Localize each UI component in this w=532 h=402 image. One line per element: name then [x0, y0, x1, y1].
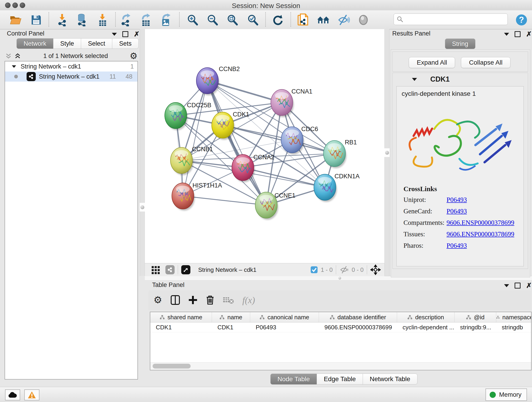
add-column-icon[interactable]	[188, 295, 197, 305]
node-CCNA2[interactable]	[232, 154, 255, 182]
collection-expand-icon[interactable]	[12, 65, 16, 68]
table-cell[interactable]: stringdb:9...	[455, 322, 496, 332]
node-CDC6[interactable]	[281, 127, 304, 154]
table-horizontal-scrollbar[interactable]	[150, 362, 531, 370]
tab-sets[interactable]: Sets	[112, 38, 139, 49]
table-cell[interactable]: stringdb	[496, 322, 532, 332]
show-hidden-icon[interactable]	[357, 13, 370, 26]
table-cell[interactable]: CDK1	[150, 322, 212, 332]
import-table-icon[interactable]	[96, 13, 109, 26]
tab-select[interactable]: Select	[81, 38, 112, 49]
import-from-database-icon[interactable]	[75, 13, 88, 26]
network-type-icon[interactable]	[165, 265, 175, 274]
home-icon[interactable]	[317, 13, 330, 26]
edge-HIST1H1A-CCNE1[interactable]	[183, 196, 266, 205]
column-header-namespace[interactable]: namespace	[496, 312, 532, 322]
zoom-selected-icon[interactable]	[246, 13, 259, 26]
cdk1-section-header[interactable]: CDK1	[393, 73, 528, 86]
network-options-gear-icon[interactable]: ⚙	[130, 51, 138, 60]
birdseye-view-icon[interactable]	[181, 265, 190, 274]
right-splitter[interactable]	[385, 29, 389, 276]
export-table-icon[interactable]	[139, 13, 152, 26]
table-cell[interactable]: 9606.ENSP00000378699	[319, 322, 397, 332]
table-panel-float-icon[interactable]	[504, 284, 509, 287]
zoom-out-icon[interactable]	[206, 13, 219, 26]
tab-network[interactable]: Network	[17, 38, 53, 49]
column-header--id[interactable]: @id	[455, 312, 496, 322]
tab-string[interactable]: String	[445, 38, 475, 49]
warnings-button[interactable]	[24, 389, 39, 400]
column-header-shared-name[interactable]: shared name	[150, 312, 212, 322]
node-CDKN1A[interactable]	[314, 174, 337, 202]
table-panel-maximize-icon[interactable]	[515, 283, 520, 288]
table-cell[interactable]: cyclin-dependent ...	[397, 322, 455, 332]
network-collection-row[interactable]: String Network – cdk1 1	[5, 61, 138, 71]
refresh-icon[interactable]	[272, 13, 284, 26]
network-row[interactable]: String Network – cdk1 11 48	[5, 71, 138, 82]
expand-all-button[interactable]: Expand All	[409, 57, 455, 68]
search-input[interactable]	[405, 14, 507, 24]
column-header-canonical-name[interactable]: canonical name	[250, 312, 319, 322]
crosslink-link[interactable]: P06493	[447, 207, 467, 215]
crosslink-link[interactable]: 9606.ENSP00000378699	[447, 230, 514, 238]
control-panel-close-icon[interactable]: ✗	[134, 32, 139, 36]
results-panel-maximize-icon[interactable]	[515, 31, 520, 37]
open-session-icon[interactable]	[9, 13, 22, 26]
clear-table-icon[interactable]	[223, 296, 234, 304]
delete-column-icon[interactable]	[206, 295, 215, 305]
control-panel-maximize-icon[interactable]	[122, 31, 128, 37]
crosslink-link[interactable]: P06493	[447, 242, 467, 249]
results-scroll-area[interactable]: CDK1 cyclin-dependent kinase 1	[393, 73, 528, 269]
zoom-fit-icon[interactable]	[226, 13, 239, 26]
collapse-all-button[interactable]: Collapse All	[461, 57, 510, 68]
help-icon[interactable]: ?	[515, 13, 528, 26]
export-image-icon[interactable]	[159, 13, 172, 26]
results-panel-close-icon[interactable]: ✗	[526, 32, 532, 36]
node-CCNB1[interactable]	[171, 147, 193, 175]
save-session-icon[interactable]	[30, 13, 43, 26]
cdk1-collapse-icon[interactable]	[412, 78, 417, 81]
collapse-all-icon[interactable]	[5, 52, 12, 60]
import-network-icon[interactable]	[56, 13, 69, 26]
hide-selected-icon[interactable]	[337, 13, 350, 26]
node-HIST1H1A[interactable]	[172, 183, 195, 211]
node-RB1[interactable]	[323, 140, 346, 168]
selected-checkbox-icon[interactable]	[310, 266, 318, 274]
crosslink-link[interactable]: P06493	[447, 196, 467, 204]
table-row[interactable]: CDK1CDK1P064939606.ENSP00000378699cyclin…	[150, 322, 531, 332]
search-field[interactable]	[394, 13, 508, 25]
left-splitter[interactable]	[140, 29, 145, 276]
tab-style[interactable]: Style	[53, 38, 81, 49]
crosslink-link[interactable]: 9606.ENSP00000378699	[447, 219, 514, 226]
fit-content-crosshair-icon[interactable]	[370, 264, 381, 275]
results-panel-float-icon[interactable]	[504, 33, 509, 36]
column-header-name[interactable]: name	[212, 312, 250, 322]
expand-all-icon[interactable]	[14, 52, 22, 60]
tab-node-table[interactable]: Node Table	[270, 374, 317, 385]
function-builder-icon[interactable]: f(x)	[242, 295, 255, 306]
table-panel-close-icon[interactable]: ✗	[526, 283, 532, 288]
edge-CCNB2-HIST1H1A[interactable]	[183, 81, 207, 196]
copy-network-icon[interactable]	[297, 13, 310, 26]
node-CCNB2[interactable]	[196, 68, 219, 95]
table-cell[interactable]: CDK1	[212, 322, 250, 332]
hidden-eye-icon[interactable]	[339, 266, 349, 274]
control-panel-float-icon[interactable]	[112, 33, 117, 36]
table-cell[interactable]: P06493	[250, 322, 319, 332]
memory-button[interactable]: Memory	[486, 389, 527, 401]
export-network-icon[interactable]	[120, 13, 133, 26]
node-attribute-table[interactable]: shared namenamecanonical namedatabase id…	[150, 312, 532, 370]
cloud-status-button[interactable]	[5, 389, 20, 400]
node-CCNA1[interactable]	[271, 89, 294, 117]
network-canvas[interactable]: CCNB2CCNA1CDC25BCDK1CDC6RB1CCNB1CCNA2CDK…	[145, 29, 385, 263]
scrollbar-thumb[interactable]	[152, 364, 191, 369]
column-header-database-identifier[interactable]: database identifier	[319, 312, 397, 322]
node-CDK1[interactable]	[212, 112, 234, 140]
tab-edge-table[interactable]: Edge Table	[317, 374, 363, 385]
tab-network-table[interactable]: Network Table	[363, 374, 418, 385]
table-options-gear-icon[interactable]: ⚙	[153, 296, 162, 304]
grid-view-icon[interactable]	[151, 265, 160, 274]
column-header-description[interactable]: description	[397, 312, 455, 322]
zoom-in-icon[interactable]	[186, 13, 199, 26]
show-columns-icon[interactable]	[171, 295, 180, 305]
